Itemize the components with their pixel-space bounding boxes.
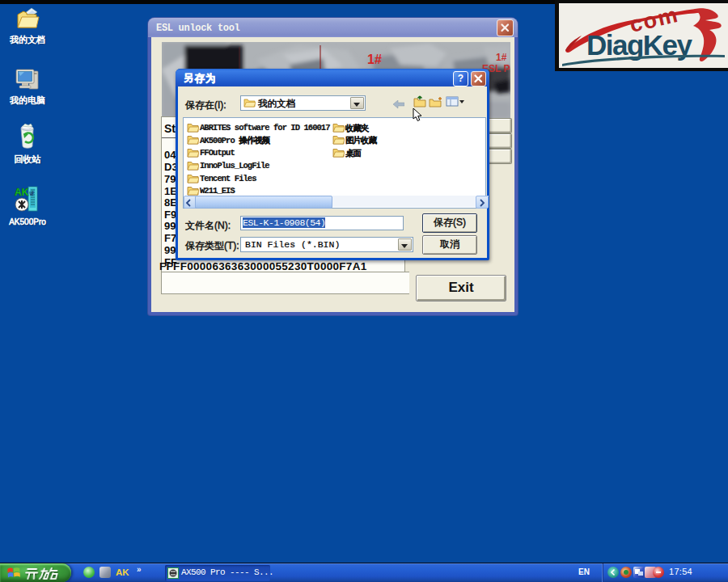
svg-text:1#: 1# [367, 53, 382, 66]
svg-text:1#: 1# [496, 52, 507, 63]
svg-text:AK: AK [15, 187, 29, 198]
svg-text:键: 键 [29, 191, 34, 196]
